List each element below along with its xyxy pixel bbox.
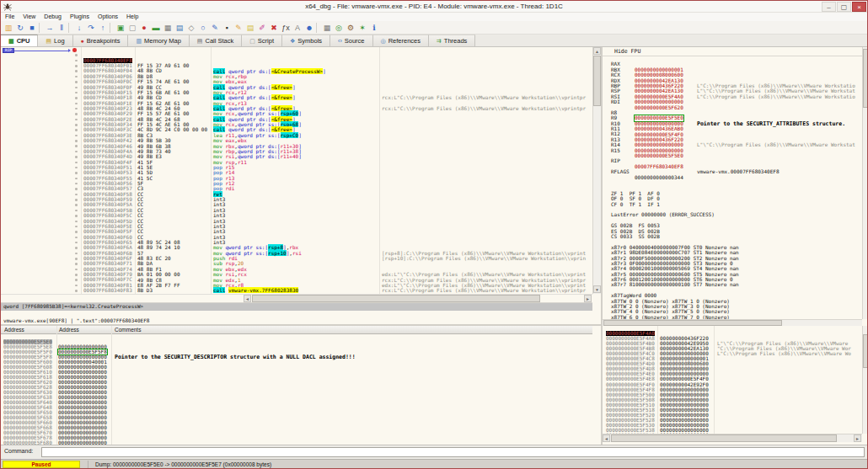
separator[interactable] [110,23,114,33]
assembler-icon[interactable]: ✎ [233,22,244,34]
scroll-left-icon[interactable]: ◄ [603,434,610,442]
run-icon[interactable]: → [44,22,56,34]
hide-fpu-button[interactable]: Hide FPU [603,47,862,56]
restart-icon[interactable]: ↻ [14,22,26,34]
registers-vscrollbar[interactable] [862,47,868,319]
disassembly-pane[interactable]: RIP 00007FF680340EF8 FF 15 37 A9 61 00 c… [1,47,592,294]
command-label: Command: [4,448,33,454]
breakpoint-dot-icon [75,247,78,249]
tab-icon: ▤ [197,38,203,45]
tab-symbols[interactable]: ❖ Symbols [282,35,330,46]
breakpoint-dot-icon [75,194,78,196]
command-input[interactable] [41,447,865,457]
disassembly-hscrollbar[interactable]: ◄ ► [1,294,592,302]
about-icon[interactable]: ℹ [368,22,380,34]
references-icon[interactable]: ✎ [209,22,221,34]
close-process-icon[interactable]: ■ [26,22,38,34]
tab-call-stack[interactable]: ▤ Call Stack [190,35,242,46]
breakpoint-dot-icon [75,140,78,142]
menu-item[interactable]: View [19,13,40,21]
tab-breakpoints[interactable]: ● Breakpoints [73,35,129,46]
tab-label: CPU [17,37,30,45]
tab-threads[interactable]: ⇉ Threads [429,35,475,46]
registers-hscrollbar[interactable] [603,319,862,326]
breakpoints-icon[interactable]: ● [138,22,150,34]
step-over-icon[interactable]: ↷ [85,22,97,34]
menu-item[interactable]: Options [94,13,122,21]
cpu-window-icon[interactable]: ▣ [115,22,126,34]
open-file-icon[interactable]: ▥ [3,22,14,34]
scroll-thumb[interactable] [603,320,782,326]
scroll-thumb[interactable] [252,295,540,302]
minimize-button[interactable]: – [822,2,836,12]
scroll-thumb[interactable] [593,56,601,106]
menu-item[interactable]: File [1,13,19,21]
call-stack-icon[interactable]: ▤ [174,22,185,34]
seh-chain-icon[interactable]: ◇ [185,22,197,34]
dump-pane[interactable]: Address Address Comments 0000000000E5F5E… [1,326,592,445]
tab-icon: ▢ [249,38,255,45]
tab-cpu[interactable]: ▦ CPU [1,35,38,46]
tab-icon: ● [81,38,84,45]
stack-hscrollbar[interactable]: ◄ ► [603,434,862,442]
tab-log[interactable]: ▤ Log [38,35,72,46]
topmost-icon[interactable]: ◎ [333,22,345,34]
breakpoint-dot-icon [75,183,78,185]
stack-vscrollbar[interactable] [862,326,868,434]
table-icon[interactable]: ▦ [321,22,333,34]
search-icon[interactable]: ○ [197,22,209,34]
tab-label: Call Stack [205,37,233,45]
scroll-thumb[interactable] [863,334,868,368]
font-icon[interactable]: A [292,22,303,34]
memory-map-icon[interactable]: ▬ [150,22,162,34]
tab-icon: ❖ [290,38,295,45]
scroll-up-icon[interactable]: ▲ [593,47,601,55]
menu-item[interactable]: Plugins [66,13,94,21]
tab-label: Breakpoints [87,37,121,45]
patches-icon[interactable]: ▦ [162,22,174,34]
tab-source[interactable]: ‹› Source [330,35,372,46]
fx-icon[interactable]: ƒx [280,22,292,34]
shortcuts-icon[interactable]: ▪ [221,22,233,34]
scroll-right-icon[interactable]: ► [854,434,861,442]
disassembly-vscrollbar[interactable]: ▲ ▼ [592,47,601,294]
pause-icon[interactable]: ‖ [56,22,67,34]
script-window-icon[interactable]: ▢ [126,22,138,34]
status-bar: Paused Dump: 0000000000E5F5E0 -> 0000000… [1,459,867,469]
toolbar: ▥↻■→‖↓↷↑▣▢●▬▦▤◇○✎▪✎▤✐✖ƒxA☻▦◎⚙✶ℹ [1,21,867,35]
highlight-icon[interactable]: ✐ [256,22,268,34]
menubar: FileViewDebugPluginsOptionsHelp [1,13,867,21]
separator[interactable] [39,23,43,33]
breakpoint-dot-icon [75,188,78,190]
separator[interactable] [316,23,320,33]
breakpoint-dot-icon [75,258,78,260]
settings-icon[interactable]: ⚙ [345,22,356,34]
tab-label: References [388,37,421,45]
maximize-button[interactable]: ▢ [837,2,851,12]
user-icon[interactable]: ☻ [303,22,315,34]
disassembly-row[interactable]: 00007FF680340F89 48 8B F8 mov rdi,rax [1,288,592,293]
execute-till-return-icon[interactable]: ↑ [97,22,109,34]
close-button[interactable]: × [852,2,866,12]
separator[interactable] [68,23,72,33]
tab-memory-map[interactable]: ▥ Memory Map [128,35,189,46]
tab-references[interactable]: ◎ References [373,35,429,46]
clear-log-icon[interactable]: ✖ [268,22,280,34]
breakpoint-dot-icon [75,129,78,131]
scroll-down-icon[interactable]: ▼ [593,285,601,293]
stack-row[interactable]: 0000000000E5F540 0000000000000000 [603,428,862,433]
dump-row[interactable]: 0000000000E5F680 0000000000000000 [1,435,592,440]
debug-bug-icon[interactable]: ✶ [356,22,368,34]
registers-pane[interactable]: Hide FPU RAX 0000000000000001 RBX 000000… [603,47,862,319]
breakpoint-dot-icon [75,242,78,244]
notes-icon[interactable]: ▤ [244,22,256,34]
scroll-right-icon[interactable]: ► [584,295,592,302]
tab-script[interactable]: ▢ Script [242,35,282,46]
stack-pane[interactable]: 0000000000E5F4A0 000000000436F220 L"\"C:… [603,326,862,434]
scroll-left-icon[interactable]: ◄ [244,295,251,302]
menu-item[interactable]: Help [122,13,142,21]
scroll-thumb[interactable] [611,434,837,442]
scroll-thumb[interactable] [863,49,868,108]
step-into-icon[interactable]: ↓ [73,22,85,34]
menu-item[interactable]: Debug [40,13,66,21]
